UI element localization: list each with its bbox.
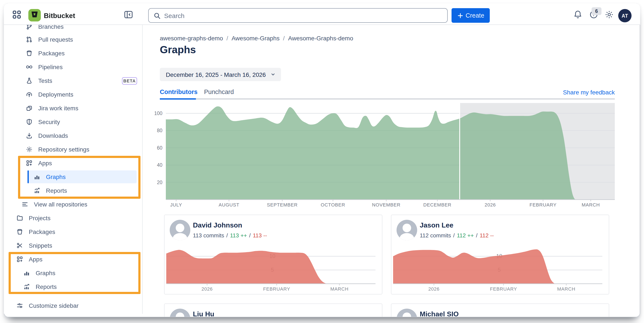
contributor-name[interactable]: Liu Hu (193, 310, 214, 317)
sidebar-item-apps-global[interactable]: Apps (4, 253, 142, 266)
tab-contributors[interactable]: Contributors (160, 88, 198, 95)
contributor-name[interactable]: Michael SIO (420, 310, 458, 317)
svg-text:FEBRUARY: FEBRUARY (530, 202, 556, 208)
contributor-stats: 113 commits / 113 ++ / 113 -- (193, 232, 267, 239)
sidebar-item-deployments[interactable]: Deployments (4, 88, 142, 101)
branch-icon (26, 25, 33, 30)
sidebar-item-label: Apps (29, 256, 42, 263)
sidebar-item-tests[interactable]: Tests (4, 74, 142, 87)
svg-text:20: 20 (157, 180, 162, 185)
sidebar-item-jira-work-items[interactable]: Jira work items (4, 102, 142, 115)
svg-text:2026: 2026 (428, 286, 440, 292)
svg-text:NOVEMBER: NOVEMBER (372, 202, 400, 208)
sidebar-item-label: Deployments (38, 91, 73, 98)
collapse-sidebar-button[interactable] (124, 11, 133, 20)
search-bar (148, 8, 448, 23)
svg-text:2026: 2026 (202, 286, 213, 292)
sidebar-item-downloads[interactable]: Downloads (4, 129, 142, 142)
tab-punchcard[interactable]: Punchcard (204, 88, 234, 95)
date-range-selector[interactable]: December 16, 2025 - March 16, 2026 (160, 68, 281, 81)
sidebar-item-pipelines[interactable]: Pipelines (4, 60, 142, 73)
sidebar-item-view-all-repositories[interactable]: View all repositories (4, 198, 142, 211)
sidebar-item-label: Customize sidebar (29, 302, 78, 309)
pull-request-icon (26, 36, 33, 43)
breadcrumb-item[interactable]: awesome-graphs-demo (160, 35, 223, 42)
create-button[interactable]: Create (452, 8, 490, 23)
gear-icon (604, 10, 614, 21)
reports-chart-icon (34, 187, 40, 194)
page-title: Graphs (160, 44, 196, 56)
grid-icon (12, 10, 22, 21)
breadcrumb-item[interactable]: Awesome-Graphs-demo (288, 35, 353, 42)
notifications-button[interactable] (573, 11, 582, 20)
sidebar-item-label: Tests (38, 77, 52, 84)
top-navigation-bar: Bitbucket Create ? 6 AT (4, 3, 640, 25)
package-icon (16, 228, 23, 235)
flask-icon (26, 77, 33, 84)
svg-text:100: 100 (154, 110, 162, 116)
sidebar-item-label: Jira work items (38, 105, 78, 112)
contributors-area-chart[interactable]: 20406080100JULYAUGUSTSEPTEMBEROCTOBERNOV… (150, 102, 615, 212)
contributor-name[interactable]: Jason Lee (420, 222, 454, 229)
contributor-card-partial: Michael SIO (391, 304, 609, 317)
sidebar-item-security[interactable]: Security (4, 115, 142, 128)
lines-added: 112 ++ (457, 232, 474, 239)
settings-button[interactable] (604, 11, 614, 20)
sidebar-item-label: Apps (38, 160, 52, 167)
bar-chart-icon (23, 270, 30, 277)
plus-icon (457, 12, 463, 19)
bitbucket-logo[interactable] (28, 9, 41, 21)
breadcrumb-item[interactable]: Awesome-Graphs (232, 35, 280, 42)
sidebar-item-label: Downloads (38, 132, 68, 139)
help-badge: 6 (592, 7, 602, 15)
svg-text:SEPTEMBER: SEPTEMBER (267, 202, 298, 208)
sidebar-item-label: Reports (46, 187, 67, 194)
active-tab-indicator (160, 98, 196, 100)
screenshot-root: Bitbucket Create ? 6 AT Branches Pull re… (0, 0, 644, 323)
stats-separator: / (453, 232, 454, 239)
contributor-name[interactable]: David Johnson (193, 222, 242, 229)
date-range-label: December 16, 2025 - March 16, 2026 (166, 71, 266, 78)
sidebar-item-packages-global[interactable]: Packages (4, 225, 142, 238)
sidebar-item-apps[interactable]: Apps (4, 157, 142, 170)
share-feedback-link[interactable]: Share my feedback (563, 89, 615, 96)
sidebar-item-label: Graphs (46, 173, 66, 180)
sidebar-item-graphs-global[interactable]: Graphs (4, 267, 142, 280)
svg-text:FEBRUARY: FEBRUARY (490, 286, 517, 292)
sidebar-item-reports-global[interactable]: Reports (4, 280, 142, 293)
svg-text:AUGUST: AUGUST (219, 202, 239, 208)
svg-text:40: 40 (157, 162, 162, 168)
lines-removed: 112 -- (480, 232, 494, 239)
chevron-down-icon (270, 72, 276, 77)
user-avatar[interactable]: AT (618, 9, 632, 22)
sidebar-item-branches[interactable]: Branches (4, 25, 142, 33)
svg-text:60: 60 (157, 145, 162, 151)
contributor-card: 5102026FEBRUARYMARCH Jason Lee 112 commi… (391, 215, 609, 295)
commits-count: 113 commits (193, 232, 224, 239)
breadcrumb: awesome-graphs-demo / Awesome-Graphs / A… (160, 35, 353, 42)
gear-icon (26, 146, 33, 153)
sidebar-item-label: Pull requests (38, 36, 73, 43)
app-title[interactable]: Bitbucket (44, 12, 75, 20)
sidebar-item-packages[interactable]: Packages (4, 47, 142, 60)
contributor-stats: 112 commits / 112 ++ / 112 -- (420, 232, 494, 239)
sidebar-item-label: Security (38, 118, 60, 125)
sidebar-item-graphs-selected[interactable]: Graphs (4, 170, 142, 183)
svg-text:MARCH: MARCH (557, 286, 576, 292)
sidebar-item-pull-requests[interactable]: Pull requests (4, 33, 142, 46)
sidebar-item-snippets[interactable]: Snippets (4, 239, 142, 252)
download-icon (26, 132, 33, 139)
scissors-icon (16, 242, 23, 249)
sidebar-item-customize-sidebar[interactable]: Customize sidebar (4, 299, 142, 312)
bitbucket-mark-icon (29, 9, 40, 21)
sidebar-divider (142, 3, 143, 314)
avatar (170, 309, 190, 317)
sidebar-item-reports[interactable]: Reports (4, 184, 142, 197)
avatar (396, 309, 417, 317)
sidebar-item-repository-settings[interactable]: Repository settings (4, 143, 142, 156)
app-switcher-icon[interactable] (12, 11, 22, 20)
stats-separator: / (249, 232, 251, 239)
sidebar-item-projects[interactable]: Projects (4, 212, 142, 225)
shield-icon (26, 118, 33, 125)
search-input[interactable] (149, 8, 447, 22)
